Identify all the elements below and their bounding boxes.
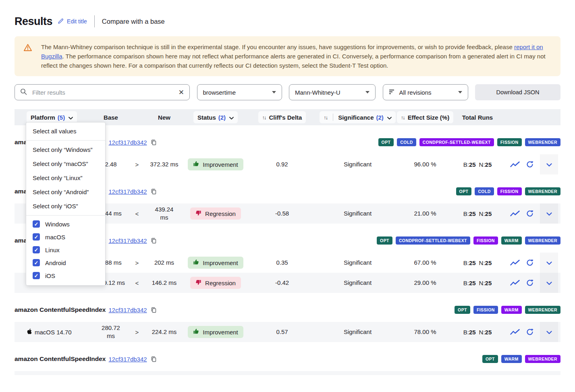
revisions-select-value: All revisions: [399, 89, 432, 96]
row-actions: [504, 279, 540, 286]
tag: WEBRENDER: [525, 306, 560, 314]
menu-option-windows[interactable]: Windows: [26, 218, 105, 230]
cliffs-delta-value: -0.58: [275, 209, 289, 218]
menu-option-android[interactable]: Android: [26, 256, 105, 269]
chevron-down-icon: [546, 259, 552, 266]
status-filter-button[interactable]: Status (2): [193, 111, 238, 123]
section-header: amazon ContentfulSpeedIndex 12cf317db342…: [15, 306, 560, 314]
thumbs-down-icon: [195, 279, 201, 286]
retrigger-icon[interactable]: [526, 259, 533, 266]
copy-icon[interactable]: [151, 307, 157, 313]
sort-icon: ↑↓: [401, 114, 405, 120]
status-label: Regression: [205, 280, 236, 286]
expand-row-button[interactable]: [540, 203, 558, 224]
effect-size-value: 78.00 %: [414, 328, 436, 336]
retrigger-icon[interactable]: [526, 161, 533, 168]
menu-option-macos[interactable]: macOS: [26, 230, 105, 243]
effect-size-value: 21.00 %: [414, 209, 436, 218]
menu-option-label: Linux: [45, 247, 60, 253]
expand-row-button[interactable]: [540, 253, 558, 273]
column-cliffs-delta: ↑↓ Cliff's Delta: [258, 111, 306, 123]
result-section: amazon ContentfulSpeedIndex 12cf317db342…: [15, 306, 560, 342]
retrigger-icon[interactable]: [526, 328, 533, 336]
revision-link[interactable]: 12cf317db342: [109, 139, 147, 146]
revision-link[interactable]: 12cf317db342: [109, 307, 147, 313]
expand-row-button[interactable]: [540, 322, 558, 342]
revisions-select[interactable]: All revisions: [383, 84, 468, 100]
copy-icon[interactable]: [151, 189, 157, 195]
chevron-down-icon: [69, 114, 73, 121]
graph-icon[interactable]: [510, 280, 520, 286]
copy-icon[interactable]: [151, 139, 157, 145]
framework-select[interactable]: browsertime: [197, 84, 282, 100]
tag: OPT: [377, 236, 392, 245]
cliffs-delta-value: 0.57: [276, 328, 288, 336]
test-name: amazon ContentfulSpeedIndex: [15, 306, 106, 313]
expand-row-button[interactable]: [540, 154, 558, 174]
retrigger-icon[interactable]: [526, 279, 533, 286]
menu-item-select-only-android[interactable]: Select only “Android”: [26, 185, 105, 199]
checkbox-checked-icon[interactable]: [33, 259, 40, 266]
direction-indicator: >: [135, 329, 139, 336]
row-actions: [504, 210, 540, 217]
chevron-down-icon: [546, 280, 552, 286]
cliffs-delta-value: -0.42: [275, 279, 289, 287]
menu-item-select-only-linux[interactable]: Select only “Linux”: [26, 171, 105, 185]
chevron-down-icon: [546, 329, 552, 336]
graph-icon[interactable]: [510, 210, 520, 217]
graph-icon[interactable]: [510, 161, 520, 168]
tag: OPT: [455, 306, 470, 314]
revision-link[interactable]: 12cf317db342: [109, 188, 147, 195]
menu-option-linux[interactable]: Linux: [26, 243, 105, 256]
test-select[interactable]: Mann-Whitney-U: [289, 84, 376, 100]
graph-icon[interactable]: [510, 259, 520, 266]
menu-item-select-only-ios[interactable]: Select only “iOS”: [26, 199, 105, 213]
tag-list: OPT COLD CONDPROF-SETTLED-WEBEXT FISSION…: [378, 138, 560, 146]
menu-item-select-only-macos[interactable]: Select only “macOS”: [26, 157, 105, 171]
effect-size-value: 67.00 %: [414, 259, 436, 267]
checkbox-checked-icon[interactable]: [33, 233, 40, 241]
edit-title-button[interactable]: Edit title: [58, 18, 87, 25]
controls-row: ✕ browsertime Mann-Whitney-U All revisio…: [15, 84, 560, 100]
menu-option-ios[interactable]: iOS: [26, 269, 105, 282]
page-title: Results: [15, 15, 52, 28]
copy-icon[interactable]: [151, 356, 157, 362]
checkbox-checked-icon[interactable]: [33, 246, 40, 253]
graph-icon[interactable]: [510, 329, 520, 335]
menu-item-select-all[interactable]: Select all values: [26, 124, 105, 138]
chevron-down-icon: [387, 114, 392, 121]
table-row: [15, 371, 560, 375]
expand-row-button[interactable]: [540, 273, 558, 293]
significance-header-button[interactable]: ↑↓ Significance (2): [320, 111, 396, 123]
test-name: amazon ContentfulSpeedIndex: [15, 355, 106, 363]
copy-icon[interactable]: [151, 238, 157, 244]
download-json-button[interactable]: Download JSON: [475, 84, 560, 100]
status-badge: Improvement: [188, 158, 243, 170]
tag-list: OPT FISSION WARM WEBRENDER: [455, 306, 560, 314]
chevron-down-icon: [546, 210, 552, 217]
tag-list: OPT COLD FISSION WEBRENDER: [456, 187, 560, 195]
platform-filter-button[interactable]: Platform (5): [27, 111, 77, 123]
effect-size-sort-button[interactable]: ↑↓ Effect Size (%): [397, 111, 453, 123]
checkbox-checked-icon[interactable]: [33, 272, 40, 279]
revision-link[interactable]: 12cf317db342: [109, 237, 147, 244]
clear-search-button[interactable]: ✕: [179, 89, 184, 96]
tag: FISSION: [497, 187, 522, 195]
tag: FISSION: [497, 138, 522, 146]
filter-results-input[interactable]: [31, 89, 174, 96]
retrigger-icon[interactable]: [526, 210, 533, 217]
cliffs-delta-sort-button[interactable]: ↑↓ Cliff's Delta: [258, 111, 306, 123]
section-title: amazon ContentfulSpeedIndex 12cf317db342: [15, 306, 157, 313]
significance-value: Significant: [344, 328, 372, 336]
new-value: 224.2 ms: [152, 328, 177, 336]
significance-value: Significant: [344, 259, 372, 267]
header-divider: [94, 15, 95, 27]
sort-icon: ↑↓: [324, 114, 327, 120]
revision-link[interactable]: 12cf317db342: [109, 356, 147, 363]
menu-item-select-only-windows[interactable]: Select only “Windows”: [26, 143, 105, 157]
row-actions: [504, 328, 540, 336]
edit-title-label: Edit title: [67, 18, 87, 25]
checkbox-checked-icon[interactable]: [33, 220, 40, 228]
tag: CONDPROF-SETTLED-WEBEXT: [419, 138, 494, 146]
pill-divider: [333, 114, 333, 121]
